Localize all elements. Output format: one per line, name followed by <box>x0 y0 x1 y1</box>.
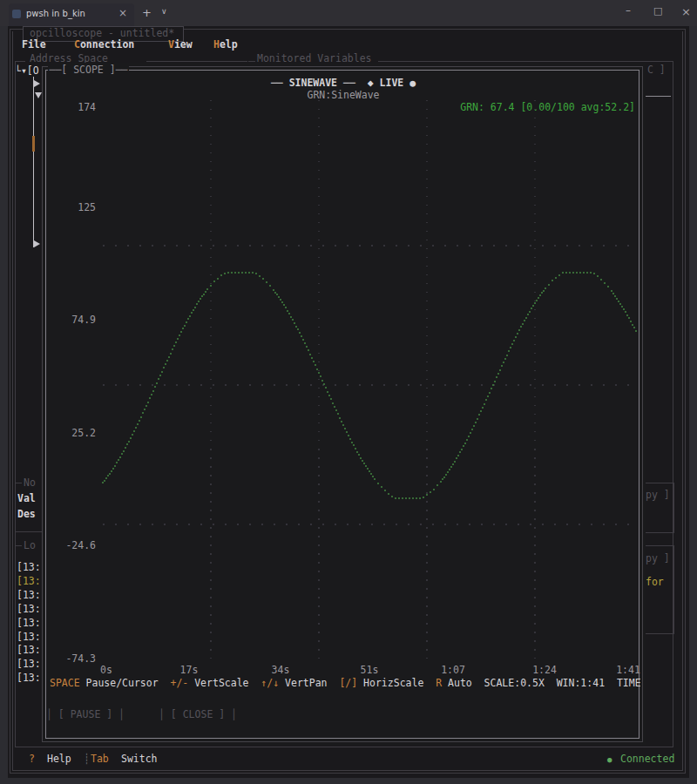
sine-dot <box>189 315 191 317</box>
sine-dot <box>511 343 513 345</box>
y-axis-label: 74.9 <box>46 314 96 326</box>
sine-dot <box>543 290 545 292</box>
sine-dot <box>515 336 517 338</box>
sine-dot <box>456 457 457 459</box>
sine-dot <box>520 326 522 328</box>
menu-file[interactable]: File <box>22 38 46 51</box>
sine-dot <box>276 294 278 295</box>
control-label: Pause/Cursor <box>80 677 171 689</box>
statusbar-switch-label[interactable]: Switch <box>121 753 158 765</box>
sine-dot <box>491 388 492 389</box>
x-axis-label: 0s <box>100 664 112 676</box>
tab-dropdown-icon[interactable]: ∨ <box>161 7 167 16</box>
menu-help[interactable]: Help <box>213 38 238 51</box>
copy-button-2[interactable]: py ] <box>646 552 670 564</box>
sine-dot <box>217 278 219 280</box>
tree-scrollbar-thumb[interactable] <box>32 136 35 152</box>
sine-dot <box>470 432 471 434</box>
node-panel-title: No <box>24 476 36 489</box>
sine-dot <box>454 461 456 463</box>
sine-dot <box>616 298 618 300</box>
close-button[interactable]: × <box>681 5 691 18</box>
tui-border-left-inner <box>12 31 13 771</box>
window-frame-left <box>0 26 8 784</box>
sine-dot <box>497 373 499 375</box>
sine-dot <box>125 447 126 449</box>
control-key: [/] <box>339 677 357 689</box>
x-axis-label: 1:07 <box>441 664 465 676</box>
connected-dot-icon: ● <box>607 754 612 766</box>
menu-view[interactable]: View <box>168 38 193 51</box>
sine-dot <box>565 272 567 274</box>
sine-dot <box>341 421 342 422</box>
sine-dot <box>447 471 449 473</box>
scope-status-items: SCALE:0.5X WIN:1:41 TIME: <box>484 677 640 689</box>
sine-dot <box>365 465 367 467</box>
control-label: Auto <box>442 677 484 689</box>
sine-dot <box>334 406 335 408</box>
sine-dot <box>152 390 154 392</box>
sine-dot <box>107 475 109 476</box>
menu-help-rest: elp <box>220 38 238 51</box>
pause-button[interactable]: │ [ PAUSE ] │ <box>46 708 125 720</box>
sine-dot <box>384 490 386 491</box>
sine-dot <box>292 319 294 321</box>
sine-dot <box>128 441 130 443</box>
sine-dot <box>306 346 308 348</box>
tree-collapse-icon[interactable] <box>35 92 42 98</box>
sine-dot <box>252 272 254 274</box>
copy-button-1[interactable]: py ] <box>646 489 670 501</box>
sine-dot <box>536 300 538 301</box>
sine-dot <box>353 444 355 446</box>
close-scope-button[interactable]: │ [ CLOSE ] │ <box>159 708 237 720</box>
x-axis-label: 1:24 <box>532 664 557 676</box>
statusbar-tab-key[interactable]: Tab <box>91 753 109 765</box>
sine-dot <box>111 470 112 472</box>
new-tab-button[interactable]: + <box>142 6 152 19</box>
sine-dot <box>440 481 442 483</box>
sine-dot <box>471 429 473 430</box>
sine-dot <box>158 378 159 380</box>
sine-dot <box>133 430 135 432</box>
sine-dot <box>558 274 560 276</box>
address-space-line-left <box>15 61 25 62</box>
menu-connection-rest: onnection <box>80 38 134 51</box>
sine-dot <box>145 405 147 407</box>
c-button[interactable]: C ] <box>647 64 666 76</box>
sine-dot <box>478 414 480 416</box>
sine-dot <box>619 303 621 305</box>
sine-dot <box>139 420 140 422</box>
sine-dot <box>175 341 177 343</box>
sine-dot <box>377 483 379 484</box>
sine-dot <box>618 301 619 302</box>
x-axis-label: 34s <box>272 664 290 676</box>
sine-dot <box>463 445 464 447</box>
tree-root[interactable]: └▾[O <box>15 64 39 77</box>
minimize-button[interactable]: – <box>626 4 631 17</box>
control-key: +/- <box>170 677 188 689</box>
sine-dot <box>156 382 158 384</box>
sine-dot <box>351 442 353 443</box>
sine-dot <box>621 306 623 308</box>
statusbar-help-label[interactable]: Help <box>47 753 71 765</box>
sine-dot <box>484 403 485 405</box>
tab-close-icon[interactable]: × <box>118 7 127 19</box>
tree-expand-icon-2[interactable] <box>34 240 40 247</box>
sine-dot <box>147 402 149 403</box>
sine-dot <box>170 353 172 355</box>
control-key: ↑/↓ <box>261 677 279 689</box>
sine-dot <box>625 311 626 313</box>
maximize-button[interactable]: □ <box>653 5 662 17</box>
window-frame-right <box>689 26 697 784</box>
sine-dot <box>362 460 363 462</box>
sine-dot <box>196 303 198 305</box>
sine-dot <box>630 321 632 322</box>
statusbar-help-key[interactable]: ? <box>29 753 35 765</box>
sine-dot <box>177 338 179 340</box>
sine-dot <box>449 469 450 470</box>
menu-connection[interactable]: Connection <box>74 38 134 51</box>
tree-expand-icon[interactable] <box>34 80 40 87</box>
sine-dot <box>104 480 105 482</box>
sine-dot <box>442 478 443 480</box>
sine-dot <box>118 459 119 461</box>
